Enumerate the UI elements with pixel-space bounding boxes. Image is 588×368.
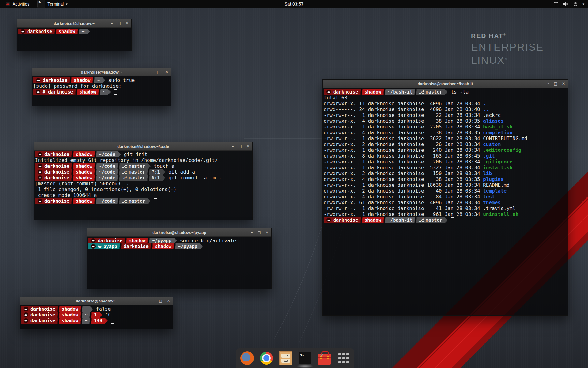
prompt-segment-path: ~/bash-it (385, 89, 415, 95)
window-titlebar[interactable]: darknoise@shadow:~–□✕ (20, 297, 173, 305)
output-line: drwxrwxr-x. 2 darknoise darknoise 26 Jan… (324, 141, 567, 147)
prompt-segment-user: darknoise (35, 169, 72, 175)
minimize-button[interactable]: – (548, 82, 549, 86)
window-titlebar[interactable]: darknoise@shadow:~/code–□✕ (34, 142, 252, 151)
close-button[interactable]: ✕ (165, 70, 168, 74)
ls-filename: aliases (483, 118, 503, 124)
terminal-content[interactable]: darknoiseshadow~falsedarknoiseshadow~1^C… (20, 305, 173, 324)
terminal-window: darknoise@shadow:~–□✕darknoiseshadow~fal… (20, 297, 173, 329)
output-line: drwxrwxr-x. 4 darknoise darknoise 38 Jan… (324, 176, 567, 182)
ls-permissions: -rw-rw-r--. 1 darknoise darknoise 41 Jan… (324, 205, 483, 211)
prompt-segment-path: ~/code (96, 198, 118, 204)
prompt-arrow (90, 306, 93, 312)
dock-item-chrome[interactable] (259, 351, 273, 365)
prompt-segment-path: ~ (82, 306, 90, 312)
terminal-window: darknoise@shadow:~/code–□✕darknoiseshado… (34, 142, 253, 220)
prompt-segment-user: darknoise (324, 89, 361, 95)
branch-icon: ⎇ (419, 89, 424, 95)
ls-permissions: drwxrwxr-x. 2 darknoise darknoise 26 Jan… (324, 141, 483, 147)
prompt-segment-path: ~ (82, 318, 90, 324)
terminal-content[interactable]: darknoiseshadow~/pyappsource bin/activat… (87, 237, 271, 250)
ls-filename: .travis.yml (483, 205, 515, 211)
ls-permissions: drwxrwxr-x. 4 darknoise darknoise 84 Jan… (324, 194, 483, 200)
output-line: drwxrwxr-x. 2 darknoise darknoise 40 Jan… (324, 188, 567, 194)
redhat-icon (326, 90, 331, 94)
close-button[interactable]: ✕ (562, 82, 565, 86)
running-indicator-glow (296, 364, 314, 368)
close-button[interactable]: ✕ (266, 231, 269, 234)
ls-filename: .editorconfig (483, 147, 521, 153)
ls-permissions: drwxrwxr-x. 4 darknoise darknoise 38 Jan… (324, 176, 483, 182)
chevron-down-icon[interactable]: ▾ (582, 2, 584, 6)
window-buttons: –□✕ (548, 80, 565, 88)
prompt-segment-gitstat: S:1 (149, 175, 163, 181)
output-text: 1 file changed, 0 insertions(+), 0 delet… (35, 186, 176, 192)
branding-line1: RED HAT® (471, 33, 544, 39)
prompt-segment-user: darknoise (88, 238, 125, 243)
window-titlebar[interactable]: darknoise@shadow:~/bash-it–□✕ (323, 80, 568, 88)
window-titlebar[interactable]: darknoise@shadow:~–□✕ (17, 19, 131, 28)
maximize-button[interactable]: □ (118, 21, 121, 25)
minimize-button[interactable]: – (151, 70, 153, 74)
output-line: -rwxrwxr-x. 1 darknoise darknoise 206 Ja… (324, 159, 567, 165)
close-button[interactable]: ✕ (167, 299, 170, 303)
maximize-button[interactable]: □ (159, 299, 162, 303)
prompt-segment-path: ~/code (96, 175, 118, 181)
ls-permissions: drwxrwxr-x. 2 darknoise darknoise 40 Jan… (324, 188, 483, 194)
maximize-button[interactable]: □ (157, 70, 160, 74)
output-text: Initialized empty Git repository in /hom… (35, 157, 218, 163)
prompt-segment-user: darknoise (21, 306, 58, 312)
dock-item-app-grid[interactable] (337, 351, 351, 365)
prompt-arrow (100, 312, 102, 318)
minimize-button[interactable]: – (111, 21, 113, 25)
power-icon[interactable] (573, 2, 578, 6)
prompt-segment-exit: 1 (91, 312, 100, 318)
output-line: drwxrwxr-x. 4 darknoise darknoise 84 Jan… (324, 194, 567, 200)
prompt-segment-git: ⎇master (119, 198, 148, 204)
window-selector-icon[interactable] (554, 2, 558, 6)
prompt-segment-path: ~/code (96, 151, 118, 157)
output-line: [sudo] password for darknoise: (33, 83, 170, 89)
prompt-arrow (105, 318, 108, 324)
redhat-branding: RED HAT® ENTERPRISE LINUX® (471, 33, 544, 65)
prompt-segment-git: ⎇master (416, 89, 445, 95)
redhat-icon (38, 164, 42, 168)
close-button[interactable]: ✕ (126, 21, 129, 25)
prompt-segment-path: ~ (100, 89, 108, 95)
window-titlebar[interactable]: darknoise@shadow:~/pyapp–□✕ (87, 228, 271, 237)
branding-line2: ENTERPRISE (471, 42, 544, 52)
dock-item-toolbox[interactable]: ⚒ (317, 351, 331, 365)
prompt-segment-path: ~/code (96, 169, 118, 175)
app-menu-terminal[interactable]: $> Terminal ▾ (35, 0, 70, 8)
clock[interactable]: Sat 03:57 (281, 0, 306, 8)
prompt-segment-git: ⎇master (119, 169, 148, 175)
dock-item-firefox[interactable] (240, 351, 254, 365)
redhat-icon (6, 2, 10, 6)
close-button[interactable]: ✕ (247, 144, 250, 148)
prompt-segment-user: darknoise (35, 163, 72, 169)
maximize-button[interactable]: □ (239, 144, 242, 148)
volume-icon[interactable] (563, 2, 568, 6)
maximize-button[interactable]: □ (258, 231, 261, 234)
terminal-content[interactable]: darknoiseshadow~sudo true[sudo] password… (32, 76, 171, 96)
branch-icon: ⎇ (122, 175, 127, 181)
terminal-content[interactable]: darknoiseshadow~/codegit initInitialized… (34, 151, 252, 205)
activities-button[interactable]: Activities (2, 0, 32, 8)
terminal-content[interactable]: darknoiseshadow~ (17, 28, 131, 35)
terminal-cursor (114, 89, 117, 95)
files-icon (279, 351, 292, 365)
prompt-segment-path: ~ (79, 29, 87, 34)
maximize-button[interactable]: □ (554, 82, 557, 86)
prompt-line: darknoiseshadow~130 (21, 318, 172, 324)
minimize-button[interactable]: – (153, 299, 154, 303)
minimize-button[interactable]: – (232, 144, 234, 148)
window-titlebar[interactable]: darknoise@shadow:~–□✕ (32, 68, 171, 76)
dock-item-terminal[interactable]: $> (298, 351, 312, 365)
prompt-arrow (103, 78, 105, 83)
prompt-arrow (163, 169, 165, 175)
output-line: drwxrwxr-x. 4 darknoise darknoise 38 Jan… (324, 118, 567, 124)
dock-item-files[interactable] (279, 351, 293, 365)
minimize-button[interactable]: – (251, 231, 253, 234)
terminal-content[interactable]: darknoiseshadow~/bash-it⎇masterls -latot… (323, 88, 568, 224)
terminal-window: darknoise@shadow:~/pyapp–□✕darknoiseshad… (87, 228, 272, 289)
